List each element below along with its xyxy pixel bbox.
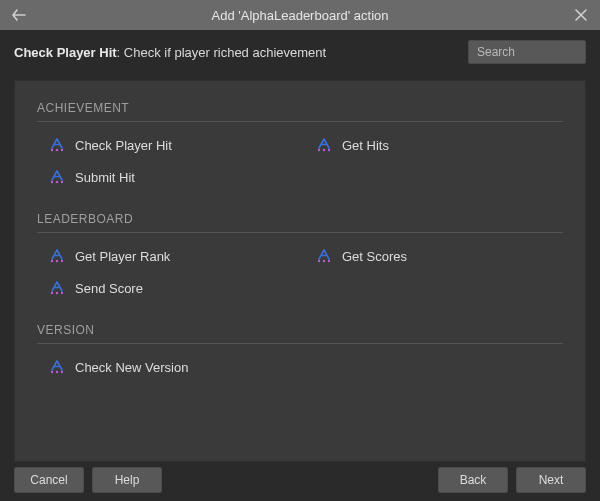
svg-point-2 bbox=[61, 149, 63, 151]
svg-point-11 bbox=[61, 260, 63, 262]
section-version: VERSION Check New Version bbox=[37, 323, 563, 378]
selected-description: Check Player Hit: Check if player riched… bbox=[14, 45, 458, 60]
alpha-icon bbox=[316, 249, 332, 263]
svg-point-9 bbox=[51, 260, 53, 262]
action-item[interactable]: Get Player Rank bbox=[49, 245, 296, 267]
back-arrow-icon[interactable] bbox=[8, 4, 30, 26]
section-title: ACHIEVEMENT bbox=[37, 101, 563, 122]
svg-point-5 bbox=[328, 149, 330, 151]
svg-point-18 bbox=[51, 371, 53, 373]
action-label: Submit Hit bbox=[75, 170, 135, 185]
svg-point-12 bbox=[318, 260, 320, 262]
alpha-icon bbox=[49, 138, 65, 152]
action-item[interactable]: Get Hits bbox=[316, 134, 563, 156]
action-item[interactable]: Check Player Hit bbox=[49, 134, 296, 156]
action-label: Get Player Rank bbox=[75, 249, 170, 264]
action-item[interactable]: Check New Version bbox=[49, 356, 296, 378]
svg-point-10 bbox=[56, 260, 58, 262]
close-icon[interactable] bbox=[570, 4, 592, 26]
action-label: Get Hits bbox=[342, 138, 389, 153]
svg-point-17 bbox=[61, 292, 63, 294]
footer: Cancel Help Back Next bbox=[0, 459, 600, 501]
svg-point-16 bbox=[56, 292, 58, 294]
svg-point-6 bbox=[51, 181, 53, 183]
action-item[interactable]: Submit Hit bbox=[49, 166, 296, 188]
description-bar: Check Player Hit: Check if player riched… bbox=[0, 30, 600, 74]
svg-point-14 bbox=[328, 260, 330, 262]
svg-point-1 bbox=[56, 149, 58, 151]
section-achievement: ACHIEVEMENT Check Player Hit Get Hits Su… bbox=[37, 101, 563, 188]
alpha-icon bbox=[49, 170, 65, 184]
actions-panel: ACHIEVEMENT Check Player Hit Get Hits Su… bbox=[14, 80, 586, 462]
next-button[interactable]: Next bbox=[516, 467, 586, 493]
selected-action-desc: Check if player riched achievement bbox=[124, 45, 326, 60]
search-input[interactable] bbox=[468, 40, 586, 64]
svg-point-0 bbox=[51, 149, 53, 151]
action-label: Check Player Hit bbox=[75, 138, 172, 153]
alpha-icon bbox=[49, 249, 65, 263]
action-item[interactable]: Get Scores bbox=[316, 245, 563, 267]
alpha-icon bbox=[49, 281, 65, 295]
action-label: Get Scores bbox=[342, 249, 407, 264]
window-title: Add 'AlphaLeaderboard' action bbox=[0, 8, 600, 23]
action-item[interactable]: Send Score bbox=[49, 277, 296, 299]
action-label: Check New Version bbox=[75, 360, 188, 375]
selected-action-name: Check Player Hit bbox=[14, 45, 117, 60]
svg-point-8 bbox=[61, 181, 63, 183]
section-leaderboard: LEADERBOARD Get Player Rank Get Scores S… bbox=[37, 212, 563, 299]
svg-point-3 bbox=[318, 149, 320, 151]
action-label: Send Score bbox=[75, 281, 143, 296]
alpha-icon bbox=[49, 360, 65, 374]
section-title: VERSION bbox=[37, 323, 563, 344]
titlebar: Add 'AlphaLeaderboard' action bbox=[0, 0, 600, 30]
svg-point-15 bbox=[51, 292, 53, 294]
svg-point-20 bbox=[61, 371, 63, 373]
section-title: LEADERBOARD bbox=[37, 212, 563, 233]
svg-point-13 bbox=[323, 260, 325, 262]
svg-point-7 bbox=[56, 181, 58, 183]
svg-point-19 bbox=[56, 371, 58, 373]
cancel-button[interactable]: Cancel bbox=[14, 467, 84, 493]
alpha-icon bbox=[316, 138, 332, 152]
help-button[interactable]: Help bbox=[92, 467, 162, 493]
svg-point-4 bbox=[323, 149, 325, 151]
back-button[interactable]: Back bbox=[438, 467, 508, 493]
